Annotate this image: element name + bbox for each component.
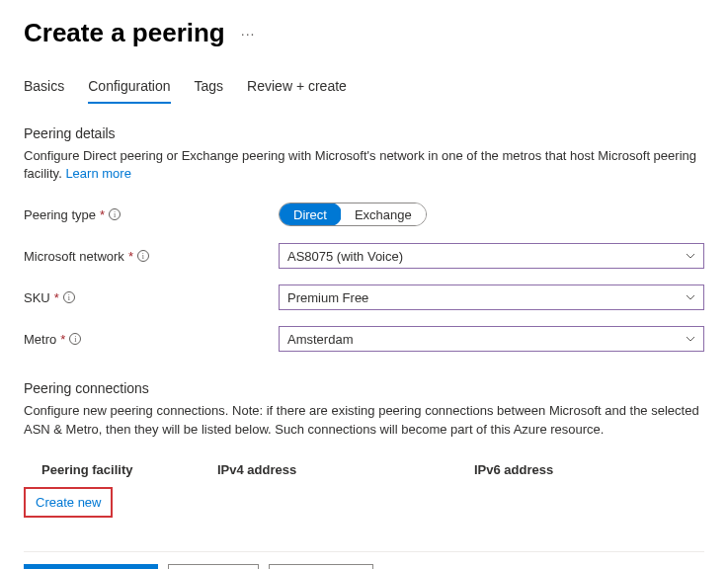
select-sku[interactable]: Premium Free [279, 284, 704, 310]
label-microsoft-network: Microsoft network [24, 249, 124, 264]
section-heading-details: Peering details [24, 125, 704, 141]
section-description-connections: Configure new peering connections. Note:… [24, 402, 704, 438]
section-description-details: Configure Direct peering or Exchange pee… [24, 147, 704, 183]
info-icon[interactable]: i [137, 250, 149, 262]
select-value: AS8075 (with Voice) [287, 249, 403, 264]
required-indicator: * [128, 249, 133, 264]
peering-type-toggle[interactable]: Direct Exchange [279, 203, 427, 226]
select-metro[interactable]: Amsterdam [279, 326, 704, 352]
next-button[interactable]: Next : Tags > [269, 564, 373, 569]
required-indicator: * [100, 207, 105, 222]
row-metro: Metro * i Amsterdam [24, 325, 704, 353]
tab-bar: Basics Configuration Tags Review + creat… [24, 78, 704, 104]
select-microsoft-network[interactable]: AS8075 (with Voice) [279, 243, 704, 269]
label-sku: SKU [24, 290, 50, 305]
tab-basics[interactable]: Basics [24, 78, 64, 104]
col-header-ipv6: IPv6 address [474, 462, 704, 477]
chevron-down-icon [686, 334, 695, 344]
toggle-opt-direct[interactable]: Direct [279, 203, 342, 226]
info-icon[interactable]: i [69, 333, 81, 345]
row-microsoft-network: Microsoft network * i AS8075 (with Voice… [24, 242, 704, 270]
connections-table-header: Peering facility IPv4 address IPv6 addre… [24, 456, 704, 485]
select-value: Amsterdam [287, 332, 353, 347]
page-title: Create a peering [24, 18, 225, 48]
peering-connections-section: Peering connections Configure new peerin… [24, 380, 704, 517]
label-metro: Metro [24, 332, 56, 347]
wizard-footer: Review + create < Previous Next : Tags > [24, 551, 704, 569]
required-indicator: * [54, 290, 59, 305]
learn-more-link[interactable]: Learn more [65, 166, 130, 181]
row-sku: SKU * i Premium Free [24, 284, 704, 311]
previous-button[interactable]: < Previous [168, 564, 259, 569]
info-icon[interactable]: i [109, 208, 121, 220]
create-new-link[interactable]: Create new [24, 487, 113, 518]
select-value: Premium Free [287, 290, 368, 305]
more-actions-button[interactable]: ··· [237, 22, 260, 45]
tab-review[interactable]: Review + create [247, 78, 347, 104]
required-indicator: * [60, 332, 65, 347]
chevron-down-icon [686, 292, 695, 302]
tab-configuration[interactable]: Configuration [88, 78, 170, 104]
row-peering-type: Peering type * i Direct Exchange [24, 201, 704, 228]
review-create-button[interactable]: Review + create [24, 564, 158, 569]
section-heading-connections: Peering connections [24, 380, 704, 396]
tab-tags[interactable]: Tags [195, 78, 224, 104]
chevron-down-icon [686, 251, 695, 261]
info-icon[interactable]: i [63, 291, 75, 303]
col-header-ipv4: IPv4 address [217, 462, 474, 477]
peering-details-section: Peering details Configure Direct peering… [24, 125, 704, 353]
toggle-opt-exchange[interactable]: Exchange [341, 203, 426, 225]
label-peering-type: Peering type [24, 207, 96, 222]
col-header-facility: Peering facility [41, 462, 217, 477]
